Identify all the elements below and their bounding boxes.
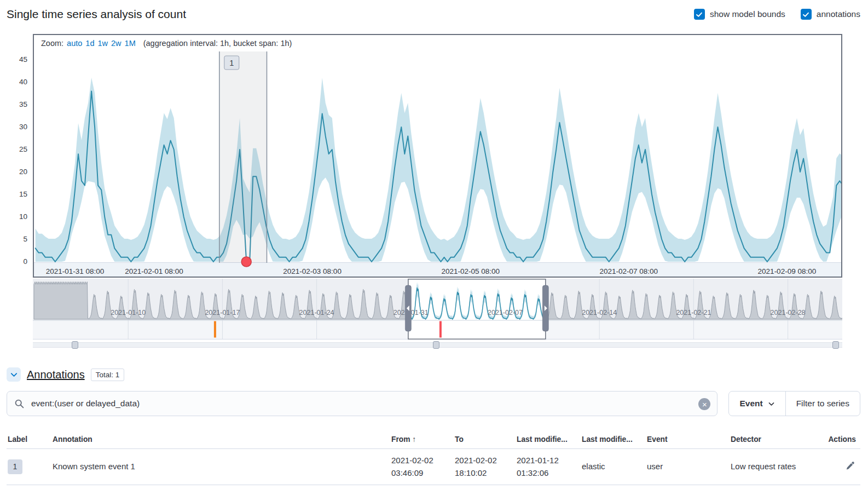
y-axis-label: 5 (7, 234, 27, 244)
annotations-search[interactable]: × (7, 391, 717, 416)
annotations-header: Annotations Total: 1 (7, 367, 860, 382)
column-header-actions[interactable]: Actions (818, 430, 860, 449)
column-header-annotation[interactable]: Annotation (48, 430, 387, 449)
column-header-to[interactable]: To (450, 430, 512, 449)
annotations-controls: × Event Filter to series (7, 391, 860, 416)
timeseries-figure: 051015202530354045 Zoom: auto 1d 1w 2w 1… (7, 34, 860, 349)
annotations-table: LabelAnnotationFrom ↑ToLast modifie...La… (7, 430, 860, 485)
main-chart-plot[interactable]: 12021-01-31 08:002021-02-01 08:002021-02… (34, 51, 841, 277)
sort-ascending-icon: ↑ (410, 435, 416, 444)
x-axis-label: 2021-02-03 08:00 (283, 267, 342, 275)
column-header-label[interactable]: Label (7, 430, 48, 449)
column-header-last-modifie[interactable]: Last modifie... (577, 430, 643, 449)
cell-last-modified-by: elastic (577, 449, 643, 485)
filter-to-series-label: Filter to series (796, 399, 849, 408)
annotation-region[interactable] (219, 51, 267, 263)
y-axis-label: 10 (7, 212, 27, 222)
y-axis-label: 20 (7, 167, 27, 177)
chart-header: Single time series analysis of count sho… (7, 8, 860, 21)
pencil-icon (846, 461, 855, 470)
x-axis-label: 2021-02-01 08:00 (125, 267, 183, 275)
anomaly-marker[interactable] (241, 257, 251, 267)
annotations-section-title[interactable]: Annotations (27, 369, 85, 381)
svg-text:1: 1 (229, 59, 234, 67)
scrollbar-handle-left[interactable] (72, 341, 78, 349)
cell-detector: Low request rates (726, 449, 818, 485)
search-icon (14, 399, 25, 409)
cell-event: user (643, 449, 726, 485)
cell-annotation: Known system event 1 (48, 449, 387, 485)
zoom-auto-link[interactable]: auto (67, 39, 82, 48)
navigator-axis-label: 2021-02-14 (582, 309, 617, 316)
zoom-2w-link[interactable]: 2w (111, 39, 121, 48)
single-metric-viewer-page: Single time series analysis of count sho… (0, 0, 868, 485)
scrollbar-handle-right[interactable] (832, 341, 839, 349)
chevron-down-icon (768, 400, 775, 407)
y-axis-label: 40 (7, 77, 27, 87)
column-header-event[interactable]: Event (643, 430, 726, 449)
cell-label: 1 (7, 449, 48, 485)
show-model-bounds-label: show model bounds (710, 9, 785, 19)
model-bounds-area (36, 78, 841, 262)
checkbox-checked-icon (694, 9, 705, 20)
y-axis-label: 25 (7, 145, 27, 154)
x-axis-label: 2021-02-05 08:00 (441, 267, 500, 275)
annotations-checkbox[interactable]: annotations (801, 9, 860, 20)
y-axis-label: 30 (7, 122, 27, 132)
annotation-label-badge: 1 (8, 459, 22, 474)
chart-options: show model bounds annotations (694, 9, 860, 20)
context-navigator-chart[interactable]: 2021-01-102021-01-172021-01-242021-01-31… (33, 279, 842, 339)
filter-to-series-button[interactable]: Filter to series (785, 392, 860, 416)
event-filter-label: Event (739, 399, 762, 408)
clear-search-button[interactable]: × (698, 398, 710, 410)
show-model-bounds-checkbox[interactable]: show model bounds (694, 9, 785, 20)
cell-to: 2021-02-02 18:10:02 (450, 449, 512, 485)
chevron-down-icon (10, 371, 18, 379)
x-axis-label: 2021-01-31 08:00 (46, 267, 105, 275)
x-axis-label: 2021-02-07 08:00 (600, 267, 658, 275)
checkbox-checked-icon (801, 9, 812, 20)
navigator-chart[interactable]: 2021-01-102021-01-172021-01-242021-01-31… (33, 279, 842, 339)
navigator-axis-label: 2021-02-28 (771, 309, 806, 316)
column-header-detector[interactable]: Detector (726, 430, 818, 449)
x-axis-label: 2021-02-09 08:00 (758, 267, 817, 275)
annotations-total-badge: Total: 1 (91, 369, 125, 381)
table-header-row: LabelAnnotationFrom ↑ToLast modifie...La… (7, 430, 860, 449)
page-title: Single time series analysis of count (7, 8, 186, 21)
main-timeseries-chart: 12021-01-31 08:002021-02-01 08:002021-02… (34, 51, 841, 277)
event-filter-dropdown[interactable]: Event (729, 392, 785, 416)
scrollbar-handle-center[interactable] (433, 341, 439, 349)
cell-from: 2021-02-02 03:46:09 (387, 449, 450, 485)
y-axis-label: 45 (7, 55, 27, 65)
zoom-1d-link[interactable]: 1d (85, 39, 94, 48)
zoom-1w-link[interactable]: 1w (97, 39, 108, 48)
zoom-controls: Zoom: auto 1d 1w 2w 1M (aggregation inte… (34, 35, 841, 51)
time-scrollbar[interactable] (33, 341, 842, 349)
cell-last-modified-date: 2021-01-12 01:32:06 (512, 449, 577, 485)
navigator-axis-label: 2021-02-21 (676, 309, 711, 316)
annotations-checkbox-label: annotations (817, 9, 860, 19)
aggregation-info: (aggregation interval: 1h, bucket span: … (143, 39, 292, 48)
edit-annotation-button[interactable] (844, 460, 856, 471)
zoom-label: Zoom: (41, 39, 63, 48)
navigator-annotation-marker[interactable] (214, 321, 216, 338)
navigator-axis-label: 2021-01-10 (111, 309, 146, 316)
filter-button-group: Event Filter to series (728, 391, 860, 416)
search-input[interactable] (31, 399, 693, 408)
column-header-from[interactable]: From ↑ (387, 430, 450, 449)
navigator-annotation-marker[interactable] (439, 321, 442, 338)
annotations-accordion-toggle[interactable] (7, 367, 21, 382)
y-axis-label: 15 (7, 189, 27, 199)
annotation-table-row: 1Known system event 12021-02-02 03:46:09… (7, 449, 860, 485)
cell-actions (818, 449, 860, 485)
y-axis-label: 35 (7, 100, 27, 110)
navigator-axis-label: 2021-01-17 (205, 309, 240, 316)
navigator-axis-label: 2021-01-24 (299, 309, 334, 316)
y-axis-label: 0 (7, 257, 27, 267)
navigator-axis-label: 2021-02-07 (488, 309, 523, 316)
main-chart-container: Zoom: auto 1d 1w 2w 1M (aggregation inte… (33, 34, 842, 278)
zoom-1M-link[interactable]: 1M (125, 39, 136, 48)
column-header-last-modifie[interactable]: Last modifie... (512, 430, 577, 449)
